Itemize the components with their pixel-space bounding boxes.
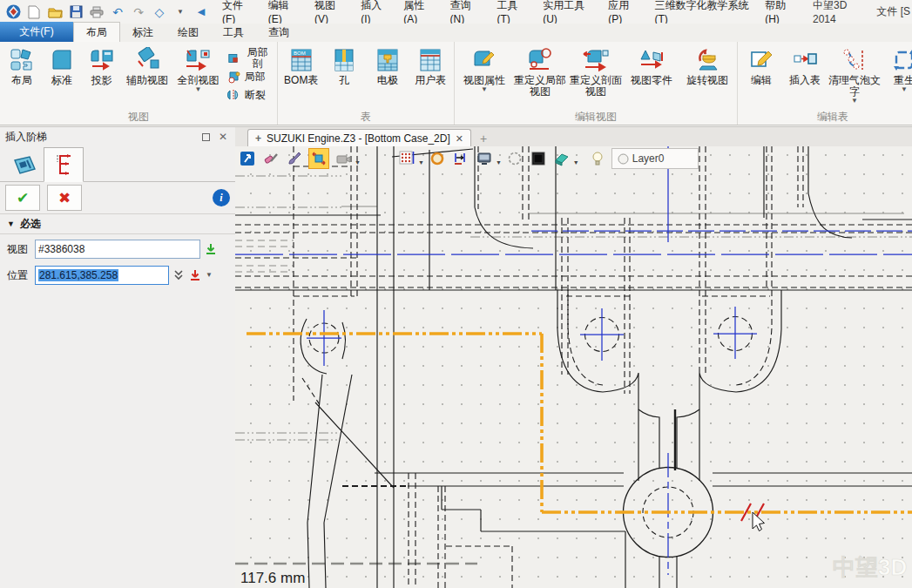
dashed-circle-icon[interactable] bbox=[505, 149, 524, 168]
expand-options-button[interactable] bbox=[172, 269, 185, 281]
display-dropdown-icon[interactable]: ▼ bbox=[496, 159, 502, 166]
redefine-section-view-button[interactable]: 重定义剖面视图 bbox=[569, 45, 623, 98]
new-file-icon[interactable] bbox=[26, 4, 42, 20]
drawing-canvas[interactable]: 117.6 mm 中望3D ▼ ▼ bbox=[235, 146, 912, 588]
canvas-toolbar: ▼ ▼ ▼ ▼ Layer0 bbox=[238, 148, 699, 169]
collapse-left-icon[interactable]: ◀ bbox=[193, 4, 209, 20]
new-tab-button[interactable]: + bbox=[480, 132, 487, 147]
eraser-3d-icon[interactable] bbox=[552, 149, 571, 168]
redo-icon[interactable]: ↷ bbox=[131, 4, 146, 20]
position-field-input[interactable]: 281.615,385.258 bbox=[35, 266, 169, 285]
view-field-input[interactable]: #3386038 bbox=[35, 240, 200, 259]
view-part-button[interactable]: 视图零件 bbox=[625, 45, 679, 86]
view-field-label: 视图 bbox=[3, 242, 31, 257]
pick-position-button[interactable] bbox=[188, 268, 202, 282]
cancel-button[interactable]: ✖ bbox=[47, 185, 82, 211]
menu-insert[interactable]: 插入(I) bbox=[353, 0, 395, 24]
circle-snap-icon[interactable] bbox=[428, 149, 447, 168]
panel-close-icon[interactable]: ✕ bbox=[216, 131, 230, 143]
clean-balloon-dropdown-icon[interactable]: ▼ bbox=[851, 98, 858, 105]
navigate-icon[interactable]: ◇ bbox=[152, 4, 167, 20]
pick-view-button[interactable] bbox=[204, 242, 218, 256]
view-attributes-button[interactable]: 视图属性 ▼ bbox=[457, 45, 511, 93]
regenerate-dropdown-icon[interactable]: ▼ bbox=[901, 86, 908, 93]
color-swatch-icon[interactable] bbox=[529, 149, 548, 168]
ribbon-group-table: BOM BOM表 孔 电极 用户表 bbox=[278, 42, 455, 125]
ribbon-group-edit-table: 编辑 插入表 清理气泡文字 ▼ 重生 ▼ bbox=[738, 42, 912, 125]
rotate-view-button[interactable]: 旋转视图 bbox=[680, 45, 734, 86]
standard-view-icon bbox=[49, 45, 75, 75]
menu-applications[interactable]: 应用(P) bbox=[600, 0, 646, 24]
panel-restore-icon[interactable] bbox=[199, 131, 213, 143]
swap-view-icon[interactable] bbox=[308, 148, 329, 169]
menu-bar: 文件(F) 编辑(E) 视图(V) 插入(I) 属性(A) 查询(N) 工具(T… bbox=[214, 0, 804, 24]
menu-view[interactable]: 视图(V) bbox=[307, 0, 353, 24]
eraser-dropdown-icon[interactable]: ▼ bbox=[573, 159, 579, 166]
print-icon[interactable] bbox=[89, 4, 105, 20]
local-view-button[interactable]: 局部 bbox=[227, 69, 272, 84]
ribbon-tab-file[interactable]: 文件(F) bbox=[0, 22, 73, 42]
menu-tools[interactable]: 工具(T) bbox=[489, 0, 535, 24]
menu-utilities[interactable]: 实用工具(U) bbox=[535, 0, 600, 24]
local-section-button[interactable]: 局部剖 bbox=[227, 51, 272, 66]
ribbon-tab-layout[interactable]: 布局 bbox=[73, 22, 120, 42]
regenerate-button[interactable]: 重生 ▼ bbox=[883, 45, 912, 93]
document-tab-active[interactable]: + SUZUKI Engine.Z3 - [Bottom Case_2D] ✕ bbox=[247, 129, 471, 147]
tab-close-icon[interactable]: ✕ bbox=[456, 133, 463, 145]
hole-table-button[interactable]: 孔 bbox=[324, 45, 366, 86]
projection-button[interactable]: 投影 bbox=[83, 45, 121, 86]
exit-sketch-icon[interactable] bbox=[238, 149, 257, 168]
clean-balloon-text-button[interactable]: 清理气泡文字 ▼ bbox=[828, 45, 882, 105]
auxiliary-view-button[interactable]: 辅助视图 bbox=[123, 45, 172, 86]
camera-icon[interactable] bbox=[334, 149, 353, 168]
menu-help[interactable]: 帮助(H) bbox=[757, 0, 804, 24]
erase-icon[interactable] bbox=[261, 149, 280, 168]
local-section-icon bbox=[227, 51, 240, 65]
menu-inquire[interactable]: 查询(N) bbox=[442, 0, 490, 24]
ribbon-tab-annotation[interactable]: 标注 bbox=[120, 24, 166, 42]
required-section-header[interactable]: ▼ 必选 bbox=[0, 214, 235, 234]
ribbon-tab-inquire[interactable]: 查询 bbox=[256, 24, 301, 42]
bulb-icon[interactable] bbox=[588, 149, 607, 168]
electrode-table-button[interactable]: 电极 bbox=[367, 45, 409, 86]
open-file-icon[interactable] bbox=[47, 4, 63, 20]
dimension-label: 117.6 mm bbox=[240, 570, 305, 586]
layer-selector[interactable]: Layer0 bbox=[611, 148, 699, 169]
menu-edit[interactable]: 编辑(E) bbox=[260, 0, 307, 24]
menu-file[interactable]: 文件(F) bbox=[214, 0, 260, 24]
panel-tab-sheet[interactable] bbox=[5, 150, 44, 181]
ribbon-tab-tools[interactable]: 工具 bbox=[211, 24, 256, 42]
ribbon-tab-drawing[interactable]: 绘图 bbox=[166, 24, 211, 42]
bom-table-button[interactable]: BOM BOM表 bbox=[280, 45, 322, 86]
broken-view-button[interactable]: 断裂 bbox=[227, 87, 272, 103]
grid-dropdown-icon[interactable]: ▼ bbox=[418, 159, 424, 166]
view-attributes-dropdown-icon[interactable]: ▼ bbox=[481, 86, 488, 93]
ok-button[interactable]: ✔ bbox=[5, 185, 40, 211]
full-section-view-dropdown-icon[interactable]: ▼ bbox=[195, 86, 202, 93]
layout-button[interactable]: 布局 bbox=[3, 45, 41, 86]
camera-dropdown-icon[interactable]: ▼ bbox=[355, 159, 361, 166]
pick-position-dropdown-icon[interactable]: ▼ bbox=[206, 272, 213, 279]
clean-balloon-text-icon bbox=[841, 45, 868, 75]
drawing-svg[interactable]: 117.6 mm 中望3D bbox=[235, 146, 912, 588]
insert-table-button[interactable]: 插入表 bbox=[784, 45, 826, 86]
undo-icon[interactable]: ↶ bbox=[110, 4, 125, 20]
document-tab-bar: + SUZUKI Engine.Z3 - [Bottom Case_2D] ✕ … bbox=[235, 126, 912, 147]
view-field-row: 视图 #3386038 bbox=[3, 238, 232, 260]
dimension-constraint-icon[interactable] bbox=[451, 149, 470, 168]
display-mode-icon[interactable] bbox=[475, 149, 494, 168]
panel-tab-step-line[interactable] bbox=[44, 147, 84, 182]
standard-view-button[interactable]: 标准 bbox=[43, 45, 81, 86]
menu-attributes[interactable]: 属性(A) bbox=[395, 0, 442, 24]
toolbar-options-chevron-icon[interactable]: ▼ bbox=[172, 4, 188, 20]
menu-3d-teaching-system[interactable]: 三维数字化教学系统(T) bbox=[646, 0, 757, 24]
save-icon[interactable] bbox=[68, 4, 84, 20]
edit-button[interactable]: 编辑 bbox=[740, 45, 782, 86]
info-button[interactable]: i bbox=[213, 189, 230, 206]
grid-snap-icon[interactable] bbox=[397, 149, 416, 168]
redefine-local-view-button[interactable]: 重定义局部视图 bbox=[513, 45, 567, 98]
brush-icon[interactable] bbox=[285, 149, 304, 168]
user-table-button[interactable]: 用户表 bbox=[410, 45, 452, 86]
full-section-view-button[interactable]: 全剖视图 ▼ bbox=[173, 45, 223, 93]
green-arrow-icon bbox=[204, 242, 218, 256]
